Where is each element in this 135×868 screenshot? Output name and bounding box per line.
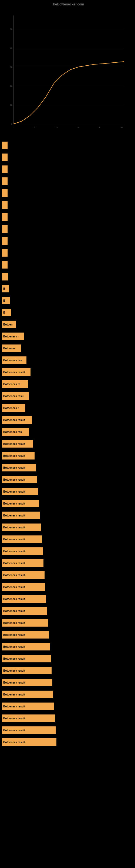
bar-fill: Bottleneck result (2, 440, 33, 447)
bar-row: Bottleneck result (2, 713, 135, 723)
svg-text:40: 40 (99, 126, 101, 128)
bar-row (2, 176, 135, 186)
bar-label: Bottleneck result (3, 741, 25, 744)
bar-fill (2, 273, 8, 280)
bar-row: Bottleneck result (2, 570, 135, 580)
bar-fill: Bottleneck result (2, 500, 39, 507)
bar-fill (2, 154, 8, 161)
bar-label: Bottleneck result (3, 729, 25, 732)
svg-text:0: 0 (11, 123, 13, 125)
bar-row: Bottlenec (2, 343, 135, 353)
bar-label: Bottlenec (3, 347, 16, 350)
bar-row: Bottleneck result (2, 725, 135, 735)
bar-row (2, 259, 135, 270)
bar-label: Bottleneck result (3, 681, 25, 684)
svg-text:10: 10 (34, 126, 36, 128)
svg-text:0: 0 (13, 126, 14, 128)
bar-row: Bottleneck result (2, 486, 135, 497)
bar-fill: Bottleneck result (2, 691, 53, 698)
bar-row: Bottleneck result (2, 606, 135, 616)
bar-label: B (3, 299, 5, 302)
bar-fill: Bottleneck result (2, 643, 50, 650)
svg-text:50: 50 (121, 126, 123, 128)
bar-label: B (3, 311, 5, 314)
bar-label: Bottleneck result (3, 657, 25, 660)
bar-fill: Bottleneck result (2, 535, 42, 543)
bar-fill: Bottleneck result (2, 703, 54, 710)
bar-row: Bottleneck result (2, 546, 135, 556)
bar-fill: Bottleneck res (2, 428, 29, 436)
bar-label: Bottleneck result (3, 669, 25, 672)
bar-label: Bottleneck result (3, 371, 25, 374)
bar-row (2, 164, 135, 175)
bar-fill (2, 237, 8, 245)
bar-row: Bottleneck res (2, 427, 135, 437)
bar-fill: B (2, 309, 11, 316)
bar-fill: Bottleneck result (2, 714, 55, 722)
bar-fill (2, 177, 8, 185)
bar-row: Bottleneck result (2, 522, 135, 532)
bar-row: Bottleneck result (2, 642, 135, 652)
chart-area: 0 10 20 30 40 50 0 10 20 30 40 50 (0, 7, 135, 137)
bar-row: Bottleneck result (2, 677, 135, 688)
site-title: TheBottlenecker.com (0, 0, 135, 7)
bar-fill (2, 142, 8, 149)
svg-text:30: 30 (77, 126, 79, 128)
bar-label: Bottlen (3, 323, 12, 326)
bar-label: Bottleneck result (3, 502, 25, 505)
bar-fill: Bottleneck result (2, 512, 40, 519)
bars-section: BBBBottlenBottleneck rBottlenecBottlenec… (0, 137, 135, 747)
bar-fill: Bottleneck result (2, 547, 43, 555)
bar-row: Bottleneck result (2, 665, 135, 676)
bar-fill: Bottleneck result (2, 631, 49, 639)
bar-row (2, 248, 135, 258)
bar-label: Bottleneck result (3, 478, 25, 481)
bar-label: Bottleneck result (3, 633, 25, 637)
bar-label: B (3, 287, 5, 290)
bar-label: Bottleneck r (3, 407, 19, 410)
bar-row: Bottleneck result (2, 451, 135, 461)
bar-fill: Bottleneck result (2, 476, 37, 484)
bar-row (2, 188, 135, 198)
bar-label: Bottleneck result (3, 645, 25, 648)
bar-label: Bottleneck result (3, 490, 25, 493)
bar-row: Bottleneck r (2, 331, 135, 341)
svg-text:50: 50 (10, 28, 12, 30)
bar-row (2, 212, 135, 222)
bar-fill: Bottleneck result (2, 524, 41, 531)
bar-row: Bottleneck result (2, 689, 135, 700)
bar-fill: B (2, 285, 9, 292)
bar-fill: Bottleneck result (2, 416, 32, 424)
svg-text:40: 40 (10, 47, 12, 50)
bar-fill: Bottleneck result (2, 452, 35, 460)
bar-fill (2, 249, 8, 257)
bar-label: Bottleneck result (3, 418, 25, 422)
bar-fill: Bottleneck result (2, 559, 43, 567)
bar-label: Bottleneck r (3, 335, 19, 338)
bar-row (2, 272, 135, 282)
bar-label: Bottleneck res (3, 359, 22, 362)
bar-row (2, 200, 135, 210)
bar-row: Bottleneck result (2, 594, 135, 604)
bar-fill: Bottleneck result (2, 667, 52, 674)
bar-row: Bottleneck result (2, 498, 135, 508)
bar-label: Bottleneck result (3, 621, 25, 624)
bar-row (2, 152, 135, 162)
bar-row: Bottleneck result (2, 367, 135, 377)
bar-label: Bottleneck result (3, 597, 25, 600)
bar-label: Bottleneck resu (3, 395, 24, 398)
bar-fill: Bottleneck result (2, 464, 36, 471)
bar-fill (2, 213, 8, 221)
bar-fill: Bottleneck result (2, 571, 45, 579)
bar-label: Bottleneck result (3, 538, 25, 541)
bar-fill: Bottleneck result (2, 738, 56, 746)
bar-row: Bottleneck result (2, 439, 135, 449)
bar-fill (2, 201, 8, 209)
bar-row: B (2, 307, 135, 318)
bar-row: Bottleneck re (2, 379, 135, 389)
bar-label: Bottleneck result (3, 562, 25, 565)
bar-label: Bottleneck result (3, 693, 25, 696)
bar-row: Bottleneck result (2, 534, 135, 545)
bar-row: Bottleneck result (2, 582, 135, 592)
bar-fill: Bottleneck re (2, 380, 28, 388)
